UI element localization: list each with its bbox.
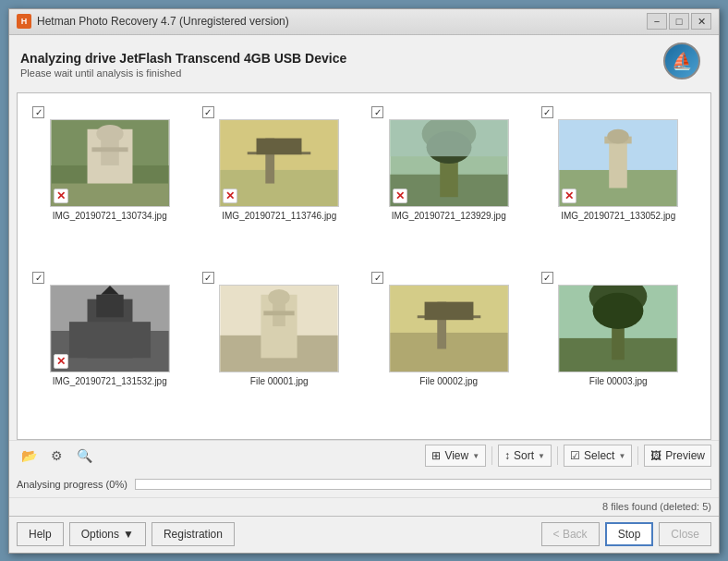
- list-item: File 00003.jpg: [534, 266, 704, 432]
- preview-button[interactable]: 🖼 Preview: [644, 445, 711, 467]
- svg-point-37: [269, 288, 290, 305]
- search-tool-button[interactable]: 🔍: [72, 445, 96, 467]
- view-dropdown-arrow: ▼: [472, 452, 479, 460]
- content-area: ✕ IMG_20190721_130734.jpg ✕: [17, 92, 711, 440]
- svg-point-24: [608, 128, 629, 143]
- svg-rect-18: [390, 120, 507, 156]
- preview-icon: 🖼: [650, 449, 661, 462]
- progress-label: Analysing progress (0%): [17, 479, 127, 490]
- select-button[interactable]: ☑ Select ▼: [564, 445, 632, 467]
- image-filename: IMG_20190721_130734.jpg: [53, 211, 167, 221]
- svg-rect-22: [609, 138, 627, 188]
- svg-rect-29: [96, 294, 123, 316]
- select-checkbox-icon: ☑: [570, 449, 580, 462]
- svg-rect-36: [264, 311, 295, 315]
- list-item: ✕ IMG_20190721_130734.jpg: [25, 101, 195, 266]
- svg-rect-39: [390, 332, 507, 371]
- app-logo: ⛵: [663, 43, 708, 87]
- item-checkbox[interactable]: [371, 272, 383, 284]
- close-button[interactable]: Close: [659, 522, 711, 546]
- photo-thumbnail: [389, 285, 509, 372]
- close-button[interactable]: ✕: [691, 13, 711, 30]
- options-arrow: ▼: [123, 528, 134, 541]
- header-area: Analyzing drive JetFlash Transcend 4GB U…: [9, 35, 719, 92]
- stop-button[interactable]: Stop: [605, 522, 654, 546]
- image-wrapper: [389, 285, 509, 372]
- header-subtitle: Please wait until analysis is finished: [20, 67, 346, 79]
- window-controls: − □ ✕: [647, 13, 711, 30]
- svg-rect-6: [51, 183, 168, 205]
- image-wrapper: [558, 285, 678, 372]
- delete-marker: ✕: [54, 354, 68, 369]
- select-dropdown-arrow: ▼: [618, 452, 625, 460]
- list-item: ✕ IMG_20190721_113746.jpg: [195, 101, 365, 266]
- delete-marker: ✕: [393, 189, 407, 203]
- sort-dropdown-arrow: ▼: [538, 452, 545, 460]
- svg-rect-43: [424, 301, 473, 320]
- list-item: File 00001.jpg: [195, 266, 365, 432]
- image-filename: IMG_20190721_123929.jpg: [392, 211, 506, 221]
- view-button[interactable]: ⊞ View ▼: [425, 445, 486, 467]
- progress-bar-outer: [135, 479, 711, 490]
- list-item: File 00002.jpg: [364, 266, 534, 432]
- item-checkbox[interactable]: [371, 106, 383, 118]
- svg-rect-4: [91, 147, 127, 152]
- image-wrapper: ✕: [558, 119, 678, 207]
- item-checkbox[interactable]: [202, 272, 214, 284]
- app-icon: H: [17, 14, 31, 29]
- delete-marker: ✕: [562, 189, 576, 203]
- delete-marker: ✕: [54, 189, 68, 203]
- preview-label: Preview: [665, 449, 705, 462]
- list-item: ✕ IMG_20190721_123929.jpg: [364, 101, 534, 266]
- status-text: 8 files found (deleted: 5): [602, 501, 711, 512]
- status-bar: 8 files found (deleted: 5): [9, 497, 719, 516]
- options-label: Options: [81, 528, 119, 541]
- svg-point-49: [593, 292, 644, 328]
- photo-thumbnail: [219, 285, 339, 372]
- main-window: H Hetman Photo Recovery 4.7 (Unregistere…: [8, 8, 720, 554]
- image-grid: ✕ IMG_20190721_130734.jpg ✕: [18, 93, 710, 439]
- minimize-button[interactable]: −: [647, 13, 667, 30]
- filter-tool-button[interactable]: ⚙: [44, 445, 68, 467]
- item-checkbox[interactable]: [32, 272, 44, 284]
- registration-button[interactable]: Registration: [152, 522, 235, 546]
- header-text: Analyzing drive JetFlash Transcend 4GB U…: [20, 51, 346, 79]
- image-filename: IMG_20190721_133052.jpg: [561, 211, 675, 221]
- progress-area: Analysing progress (0%): [9, 471, 719, 497]
- sort-label: Sort: [514, 449, 534, 462]
- image-filename: IMG_20190721_113746.jpg: [222, 211, 336, 221]
- item-checkbox[interactable]: [32, 106, 44, 118]
- bottom-bar: Help Options ▼ Registration < Back Stop …: [9, 516, 719, 553]
- item-checkbox[interactable]: [202, 106, 214, 118]
- svg-rect-12: [257, 138, 302, 154]
- header-title: Analyzing drive JetFlash Transcend 4GB U…: [20, 51, 346, 66]
- toolbar: 📂 ⚙ 🔍 ⊞ View ▼ ↕ Sort ▼ ☑ Select ▼ 🖼 Pre…: [9, 440, 719, 471]
- image-filename: File 00002.jpg: [419, 376, 478, 386]
- svg-rect-31: [69, 322, 151, 358]
- image-filename: IMG_20190721_131532.jpg: [53, 376, 167, 386]
- back-button[interactable]: < Back: [541, 522, 600, 546]
- logo-icon: ⛵: [663, 43, 700, 79]
- sort-icon: ↕: [504, 449, 510, 462]
- view-label: View: [444, 449, 468, 462]
- image-wrapper: ✕: [219, 119, 339, 207]
- help-button[interactable]: Help: [17, 522, 64, 546]
- svg-rect-8: [221, 169, 338, 205]
- item-checkbox[interactable]: [541, 272, 553, 284]
- options-button[interactable]: Options ▼: [69, 522, 146, 546]
- maximize-button[interactable]: □: [669, 13, 689, 30]
- image-filename: File 00001.jpg: [250, 376, 309, 386]
- toolbar-separator3: [637, 446, 638, 465]
- image-filename: File 00003.jpg: [589, 376, 648, 386]
- image-wrapper: [219, 285, 339, 372]
- delete-marker: ✕: [223, 189, 237, 203]
- list-item: ✕ IMG_20190721_133052.jpg: [534, 101, 704, 266]
- window-title: Hetman Photo Recovery 4.7 (Unregistered …: [37, 15, 647, 28]
- image-wrapper: ✕: [389, 119, 509, 207]
- list-item: ✕ IMG_20190721_131532.jpg: [25, 266, 195, 432]
- sort-button[interactable]: ↕ Sort ▼: [498, 445, 552, 467]
- photo-thumbnail: [558, 285, 678, 372]
- folder-tool-button[interactable]: 📂: [17, 445, 41, 467]
- select-label: Select: [584, 449, 614, 462]
- item-checkbox[interactable]: [541, 106, 553, 118]
